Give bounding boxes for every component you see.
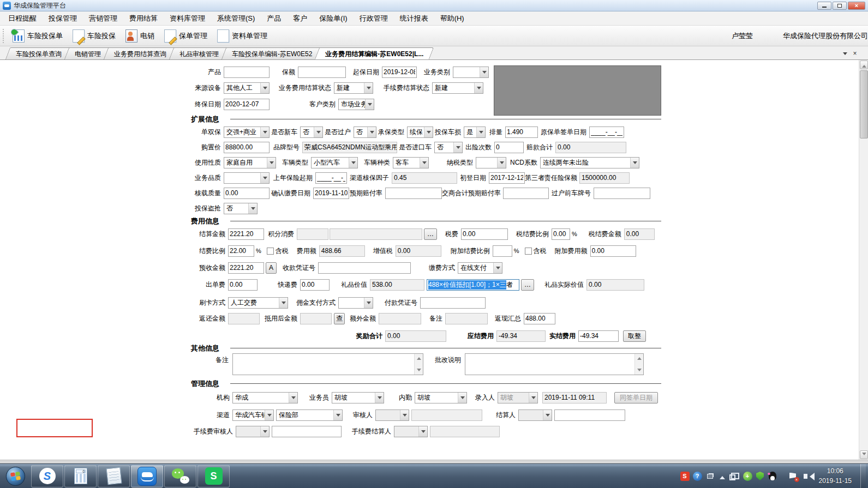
shield-tray-icon[interactable] [756,472,765,481]
org-select[interactable]: 华成 [232,392,298,403]
expected-loss-ratio-input[interactable] [385,188,442,199]
show-hidden-icons-button[interactable] [718,472,727,481]
menu-item-product[interactable]: 产品 [261,11,287,26]
toolbar-button-car-insure[interactable]: 车险投保 [68,28,121,44]
tax-ratio-input[interactable] [552,228,570,240]
channel-select-1[interactable]: 华成汽车销 [232,409,274,421]
single-double-select[interactable]: 交强+商业 [224,126,270,138]
tab-telemarketing-manage[interactable]: 电销管理 [67,47,109,59]
issue-fee-input[interactable] [228,279,258,291]
first-reg-input[interactable] [489,172,525,184]
taskbar-button-calculator[interactable]: 0 [64,465,97,487]
commission-status-select[interactable]: 新建 [432,82,483,94]
minimize-button[interactable] [817,2,831,10]
usage-select[interactable]: 家庭自用 [224,157,276,168]
customer-category-select[interactable]: 市场业务 [338,99,374,110]
vehicle-type-select[interactable]: 小型汽车 [311,157,358,168]
biz-fee-status-select[interactable]: 新建 [334,82,373,94]
tab-close-button[interactable]: × [851,50,859,57]
taskbar-clock[interactable]: 10:06 2019-11-15 [813,466,858,486]
show-desktop-button[interactable] [860,464,866,488]
menu-item-help[interactable]: 帮助(H) [434,11,470,26]
settler-name-input[interactable] [554,409,625,421]
card-method-select[interactable]: 人工交费 [228,297,288,309]
end-date-input[interactable] [224,99,270,110]
tab-dropdown-button[interactable] [841,50,849,57]
menu-item-customer[interactable]: 客户 [287,11,313,26]
biz-quality-select[interactable] [224,172,270,184]
scrollbar-up-button[interactable] [860,61,868,69]
tax-included-checkbox[interactable] [267,248,274,255]
taskbar-button-s-app[interactable]: S [197,465,230,487]
points-more-button[interactable]: … [424,228,437,240]
menu-item-insure-mgmt[interactable]: 投保管理 [43,11,83,26]
imported-select[interactable]: 否 [434,142,463,153]
gift-more-button[interactable]: … [521,279,534,291]
amend-note-textarea[interactable] [465,354,643,375]
restore-window-tray-icon[interactable] [705,472,715,481]
add-fee-ratio-input[interactable] [493,245,512,257]
prepaid-amount-input[interactable] [228,262,264,274]
menu-item-fee-settlement[interactable]: 费用结算 [123,11,164,26]
round-button[interactable]: 取整 [623,330,646,342]
tax-fee-input[interactable] [461,228,508,240]
tab-car-policy-edit[interactable]: 车险投保单编辑-苏EW0E52 [224,47,320,59]
scroll-arrows[interactable] [634,354,643,375]
cashback-input[interactable] [524,313,555,324]
taskbar-button-notepad[interactable] [98,465,130,487]
add-tax-included-checkbox[interactable] [525,248,532,255]
close-button[interactable]: × [848,2,865,10]
pre-plate-input[interactable] [594,188,650,199]
tab-fee-settlement-edit-active[interactable]: 业务费用结算编辑-苏EW0E52|L... [317,47,432,59]
scrollbar-thumb[interactable] [860,70,868,138]
commission-auditor-name-input[interactable] [272,426,342,437]
new-car-select[interactable]: 否 [300,126,323,138]
orig-sign-date-input[interactable] [589,126,624,138]
scrollbar-down-button[interactable] [860,450,868,459]
commission-pay-method-select[interactable] [338,297,373,309]
volume-icon[interactable] [801,472,810,481]
receipt-no-input[interactable] [318,262,411,274]
menu-item-admin[interactable]: 行政管理 [354,11,394,26]
menu-item-database[interactable]: 资料库管理 [164,11,211,26]
last-year-start-input[interactable] [315,172,347,184]
underwriting-type-select[interactable]: 续保 [407,126,433,138]
internal-staff-select[interactable]: 胡坡 [415,392,467,403]
purchase-price-input[interactable] [224,142,270,153]
restore-button[interactable] [833,2,847,10]
sogou-input-tray-icon[interactable]: S [680,472,690,481]
biz-category-select[interactable] [453,67,489,78]
menu-item-system[interactable]: 系统管理(S) [211,11,261,26]
menu-item-marketing[interactable]: 营销管理 [83,11,123,26]
actual-fee-input[interactable] [578,330,619,342]
toolbar-button-document-manage[interactable]: 资料单管理 [212,28,272,44]
tab-fee-settlement-query[interactable]: 业务费用结算查询 [106,47,175,59]
vertical-scrollbar[interactable] [859,60,868,460]
help-tray-icon[interactable]: ? [693,472,702,481]
load-weight-input[interactable] [224,188,270,199]
toolbar-button-telemarketing[interactable]: 电销 [121,28,159,44]
start-date-input[interactable] [382,67,417,78]
tax-type-select[interactable] [476,157,506,168]
action-center-flag-icon[interactable]: × [788,472,798,481]
accidents-input[interactable] [494,142,524,153]
prepaid-a-button[interactable]: A [266,262,277,274]
remark-textarea[interactable] [233,354,423,375]
product-input[interactable] [224,67,270,78]
menu-item-policy[interactable]: 保险单(I) [313,11,353,26]
menu-item-report[interactable]: 统计报表 [394,11,434,26]
displacement-input[interactable] [505,126,538,138]
tab-gift-audit-manage[interactable]: 礼品审核管理 [171,47,227,59]
menu-item-schedule[interactable]: 日程提醒 [2,11,43,26]
toolbar-button-car-policy-list[interactable]: 车险投保单 [8,28,68,44]
transfer-select[interactable]: 否 [354,126,376,138]
car-damage-select[interactable]: 是 [464,126,486,138]
qq-penguin-tray-icon[interactable] [768,472,777,481]
same-sign-date-button[interactable]: 同签单日期 [614,392,658,403]
ncd-select[interactable]: 连续两年未出险 [540,157,639,168]
fee-ratio-input[interactable] [228,245,254,257]
channel-select-2[interactable]: 保险部 [276,409,343,421]
antivirus-tray-icon[interactable]: + [743,472,752,481]
combined-loss-ratio-input[interactable] [503,188,549,199]
start-button[interactable] [0,464,31,488]
